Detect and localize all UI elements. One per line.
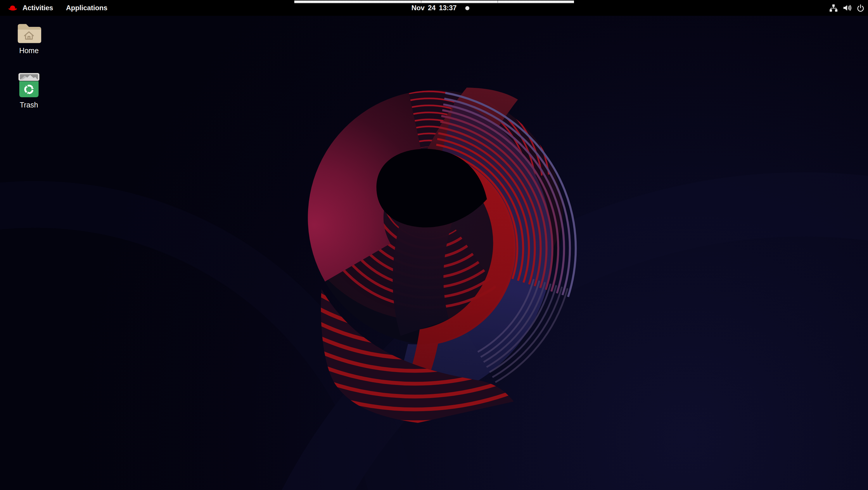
offscreen-window-edge[interactable] <box>294 1 574 3</box>
power-icon[interactable] <box>857 4 865 12</box>
applications-label: Applications <box>66 4 107 12</box>
desktop-icon-label: Trash <box>20 101 38 109</box>
activities-label: Activities <box>23 4 53 12</box>
wallpaper-nine-graphic <box>0 0 868 490</box>
notification-dot <box>465 6 469 10</box>
volume-icon[interactable] <box>843 4 851 12</box>
desktop-icon-home[interactable]: Home <box>8 21 50 55</box>
top-bar-left: Activities Applications <box>8 0 110 16</box>
system-tray-menu[interactable] <box>829 0 865 16</box>
clock-text: Nov 24 13:37 <box>411 4 457 12</box>
desktop-icon-trash[interactable]: Trash <box>8 73 50 109</box>
activities-button[interactable]: Activities <box>20 0 56 16</box>
network-wired-icon[interactable] <box>829 4 838 12</box>
offscreen-window-tab-divider <box>421 1 422 3</box>
offscreen-window-tab-divider <box>497 1 498 3</box>
trash-full-icon <box>18 73 40 98</box>
desktop-icon-label: Home <box>19 47 39 55</box>
desktop: Activities Applications Nov 24 13:37 <box>0 0 868 490</box>
red-hat-fedora-icon <box>8 4 18 12</box>
applications-menu-button[interactable]: Applications <box>64 0 110 16</box>
home-folder-icon <box>17 21 41 44</box>
